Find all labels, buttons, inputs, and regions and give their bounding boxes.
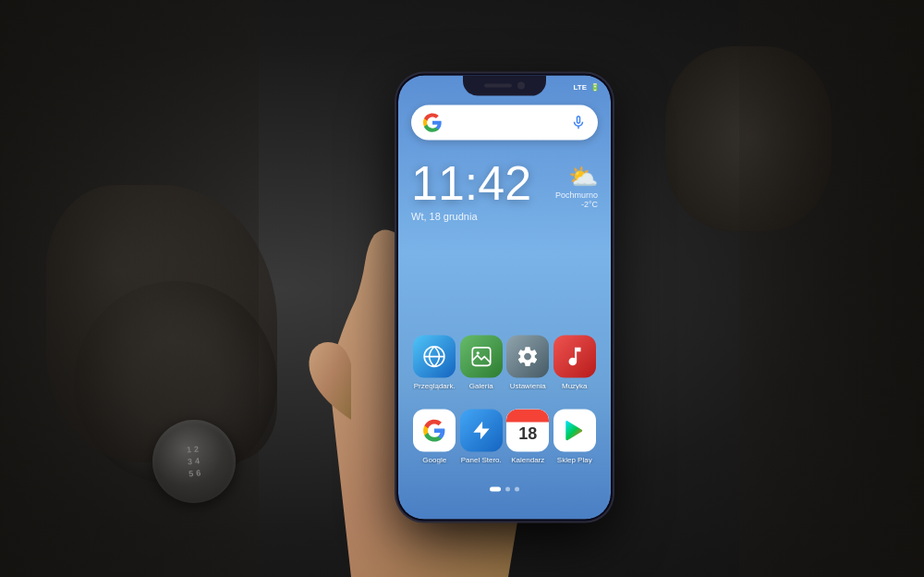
speaker-grille	[484, 84, 512, 88]
page-dot	[515, 487, 519, 492]
app-play-store[interactable]: Sklep Play	[553, 410, 597, 464]
app-browser[interactable]: Przeglądark.	[412, 336, 456, 390]
bg-blur-left	[0, 0, 259, 577]
app-gallery[interactable]: Galeria	[459, 336, 504, 390]
play-store-icon	[553, 410, 596, 452]
app-settings[interactable]: Ustawienia	[505, 336, 550, 390]
status-icons: LTE 🔋	[573, 82, 600, 91]
play-store-label: Sklep Play	[553, 456, 597, 464]
browser-icon	[413, 336, 456, 378]
app-music[interactable]: Muzyka	[553, 336, 597, 390]
phone: LTE 🔋	[398, 76, 611, 520]
panel-icon	[460, 410, 503, 452]
weather-widget: ⛅ Pochmurno -2°C	[555, 159, 598, 209]
google-search-bar[interactable]	[411, 105, 598, 141]
clock-date: Wt, 18 grudnia	[411, 211, 531, 222]
calendar-icon: 18	[506, 410, 549, 452]
svg-point-2	[476, 351, 479, 354]
app-panel[interactable]: Panel Stero.	[459, 410, 504, 464]
google-logo	[422, 113, 443, 133]
weather-description: Pochmurno	[555, 190, 598, 200]
browser-label: Przeglądark.	[412, 382, 456, 390]
microphone-icon	[570, 115, 587, 131]
weather-temperature: -2°C	[581, 200, 598, 209]
clock-time: 11:42	[411, 159, 531, 207]
music-label: Muzyka	[553, 382, 597, 390]
settings-icon	[506, 336, 549, 378]
google-app-icon	[413, 410, 456, 452]
battery-icon: 🔋	[590, 82, 600, 91]
panel-label: Panel Stero.	[459, 456, 504, 464]
clock-area: 11:42 Wt, 18 grudnia ⛅ Pochmurno -2°C	[411, 159, 598, 222]
calendar-header	[506, 410, 549, 423]
page-dot-active	[490, 487, 501, 492]
gallery-label: Galeria	[459, 382, 504, 390]
clock-block: 11:42 Wt, 18 grudnia	[411, 159, 531, 222]
gallery-icon	[460, 336, 503, 378]
page-indicators	[398, 487, 611, 492]
settings-label: Ustawienia	[505, 382, 550, 390]
svg-rect-1	[472, 348, 491, 366]
app-row-2: Google Panel Stero.	[411, 410, 598, 464]
phone-wrapper: LTE 🔋	[398, 76, 611, 520]
bg-blur-right	[739, 0, 924, 577]
music-icon	[553, 336, 596, 378]
page-dot	[505, 487, 510, 492]
phone-notch	[463, 76, 546, 96]
app-calendar[interactable]: 18 Kalendarz	[505, 410, 550, 464]
weather-icon: ⛅	[568, 165, 598, 189]
app-row-1: Przeglądark. Galeria	[411, 336, 598, 390]
phone-screen: LTE 🔋	[398, 76, 611, 520]
calendar-date-number: 18	[518, 424, 537, 444]
google-label: Google	[412, 456, 456, 464]
signal-indicator: LTE	[573, 82, 587, 91]
calendar-label: Kalendarz	[505, 456, 550, 464]
app-google[interactable]: Google	[412, 410, 456, 464]
front-camera	[517, 82, 525, 90]
